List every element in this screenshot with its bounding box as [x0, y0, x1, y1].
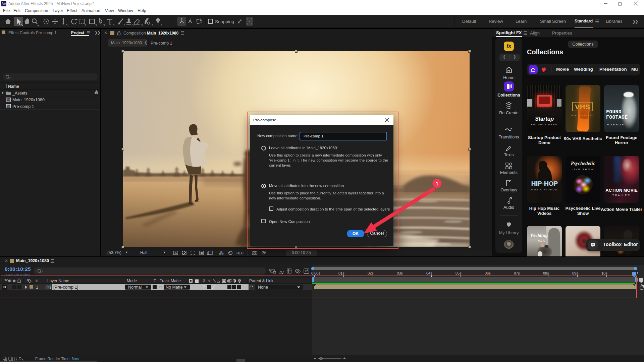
- svg-text:_Assets: _Assets: [12, 91, 27, 96]
- svg-text:Main_1920x1080: Main_1920x1080: [12, 98, 45, 102]
- svg-text:Snapping: Snapping: [215, 19, 234, 24]
- svg-text:+0.0: +0.0: [236, 251, 244, 255]
- svg-text:Pre-comp 1: Pre-comp 1: [12, 104, 34, 109]
